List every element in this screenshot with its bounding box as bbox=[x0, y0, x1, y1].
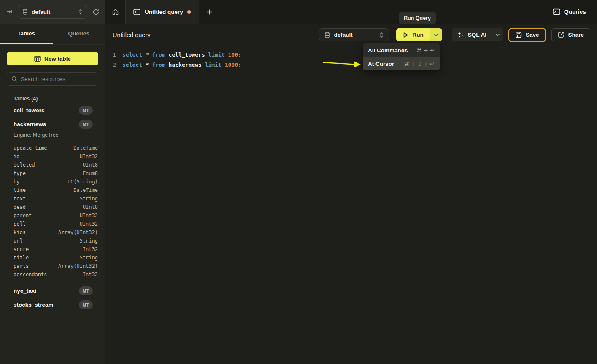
table-name: cell_towers bbox=[14, 107, 45, 113]
refresh-icon[interactable] bbox=[92, 8, 100, 16]
new-table-label: New table bbox=[44, 56, 71, 62]
query-header: Untitled query default bbox=[106, 24, 597, 46]
sql-ai-button-group: SQL AI bbox=[452, 28, 503, 41]
sidebar-tab-queries-label: Queries bbox=[68, 30, 89, 37]
column-row: pollUInt32 bbox=[0, 220, 105, 228]
run-button[interactable]: Run bbox=[396, 28, 430, 41]
run-query-tooltip: Run Query bbox=[399, 12, 436, 24]
code-token: 1000; bbox=[225, 62, 241, 68]
columns-list: update_timeDateTimeidUInt32deletedUInt8t… bbox=[0, 142, 105, 284]
code-token: * bbox=[146, 62, 149, 68]
database-selector[interactable]: default bbox=[18, 5, 87, 19]
search-box[interactable] bbox=[7, 72, 98, 86]
share-button[interactable]: Share bbox=[551, 28, 590, 41]
sidebar-tab-tables[interactable]: Tables bbox=[0, 24, 53, 44]
sparkle-ai-icon bbox=[457, 32, 464, 38]
column-row: kidsArray(UInt32) bbox=[0, 228, 105, 237]
column-name: update_time bbox=[14, 145, 47, 151]
code-token: * bbox=[146, 51, 149, 58]
unsaved-dot bbox=[187, 10, 191, 14]
column-name: deleted bbox=[14, 162, 35, 168]
menu-item-label: All Commands bbox=[368, 47, 408, 54]
engine-label: Engine: MergeTree bbox=[0, 131, 105, 142]
code-token: cell_towers bbox=[169, 51, 205, 58]
search-icon bbox=[11, 76, 17, 82]
column-row: descendantsInt32 bbox=[0, 270, 105, 279]
column-name: poll bbox=[14, 221, 26, 227]
run-menu-item-all-commands[interactable]: All Commands⌘ + ↵ bbox=[363, 43, 440, 57]
engine-badge: MT bbox=[79, 120, 93, 129]
column-type: LC(String) bbox=[68, 179, 98, 185]
database-icon bbox=[324, 32, 330, 38]
column-name: score bbox=[14, 246, 29, 252]
engine-badge: MT bbox=[79, 300, 93, 309]
column-row: timeDateTime bbox=[0, 186, 105, 194]
chevron-down-icon bbox=[434, 33, 438, 36]
code-token: limit bbox=[208, 51, 225, 58]
tables-section-label: Tables (4) bbox=[14, 96, 98, 102]
database-icon bbox=[22, 9, 28, 15]
tab-home[interactable] bbox=[105, 0, 125, 24]
column-type: UInt32 bbox=[80, 154, 98, 159]
run-options-button[interactable] bbox=[430, 28, 442, 41]
save-button[interactable]: Save bbox=[508, 28, 546, 42]
code-token: 100; bbox=[228, 51, 241, 58]
column-name: url bbox=[14, 238, 23, 244]
column-type: Array(UInt32) bbox=[58, 263, 98, 269]
engine-badge: MT bbox=[79, 286, 93, 295]
sidebar-tabs: Tables Queries bbox=[0, 24, 105, 45]
column-type: UInt8 bbox=[83, 162, 98, 168]
database-selector-value: default bbox=[32, 9, 50, 15]
sidebar-tab-queries[interactable]: Queries bbox=[53, 24, 105, 44]
query-title: Untitled query bbox=[113, 32, 150, 38]
sidebar-tab-tables-label: Tables bbox=[17, 30, 35, 37]
chevron-updown-icon bbox=[78, 9, 83, 15]
query-database-selector[interactable]: default bbox=[319, 28, 389, 41]
search-input[interactable] bbox=[21, 76, 94, 82]
column-type: Enum8 bbox=[83, 170, 98, 176]
column-row: textString bbox=[0, 194, 105, 203]
tabstrip: Untitled query bbox=[105, 0, 220, 24]
column-row: typeEnum8 bbox=[0, 169, 105, 178]
chevron-updown-icon bbox=[379, 32, 384, 38]
sql-ai-label: SQL AI bbox=[468, 32, 486, 38]
expand-sidebar-icon[interactable] bbox=[6, 8, 13, 15]
table-item-stocks_stream[interactable]: stocks_streamMT bbox=[0, 298, 105, 312]
query-database-value: default bbox=[334, 32, 352, 38]
share-label: Share bbox=[568, 32, 584, 38]
queries-button[interactable]: Queries bbox=[553, 0, 597, 24]
code-token: hackernews bbox=[169, 62, 202, 68]
column-row: byLC(String) bbox=[0, 178, 105, 186]
column-row: idUInt32 bbox=[0, 152, 105, 161]
line-number: 2 bbox=[106, 62, 116, 68]
tab-untitled-query[interactable]: Untitled query bbox=[125, 0, 199, 24]
table-item-hackernews[interactable]: hackernewsMT bbox=[0, 117, 105, 131]
share-icon bbox=[558, 32, 564, 38]
table-item-cell_towers[interactable]: cell_towersMT bbox=[0, 103, 105, 117]
code-token: from bbox=[152, 62, 165, 68]
column-type: UInt32 bbox=[80, 221, 98, 227]
topbar-left-section: default bbox=[0, 0, 105, 24]
new-table-button[interactable]: New table bbox=[7, 52, 98, 65]
table-item-nyc_taxi[interactable]: nyc_taxiMT bbox=[0, 284, 105, 298]
run-menu-item-at-cursor[interactable]: At Cursor⌘ + ⇧ + ↵ bbox=[363, 57, 440, 70]
sidebar: Tables Queries New table Tables (4) cell… bbox=[0, 24, 105, 364]
table-name: hackernews bbox=[14, 121, 46, 127]
column-name: text bbox=[14, 196, 26, 202]
new-tab-button[interactable] bbox=[199, 0, 220, 24]
chevron-down-icon bbox=[495, 33, 500, 36]
code-line: 1select * from cell_towers limit 100; bbox=[106, 49, 597, 59]
column-row: deletedUInt8 bbox=[0, 161, 105, 169]
tables-list: cell_towersMThackernewsMTEngine: MergeTr… bbox=[0, 103, 105, 312]
run-dropdown-menu: All Commands⌘ + ↵At Cursor⌘ + ⇧ + ↵ bbox=[363, 43, 440, 70]
code-line: 2select * from hackernews limit 1000; bbox=[106, 59, 597, 70]
terminal-icon bbox=[133, 9, 140, 15]
queries-label: Queries bbox=[564, 8, 586, 15]
table-name: stocks_stream bbox=[14, 302, 54, 308]
sql-ai-button[interactable]: SQL AI bbox=[452, 28, 492, 41]
sql-ai-options-button[interactable] bbox=[492, 28, 503, 41]
column-name: time bbox=[14, 187, 26, 193]
queries-icon bbox=[553, 8, 560, 15]
sql-editor[interactable]: 1select * from cell_towers limit 100;2se… bbox=[106, 46, 597, 364]
column-name: title bbox=[14, 255, 29, 261]
